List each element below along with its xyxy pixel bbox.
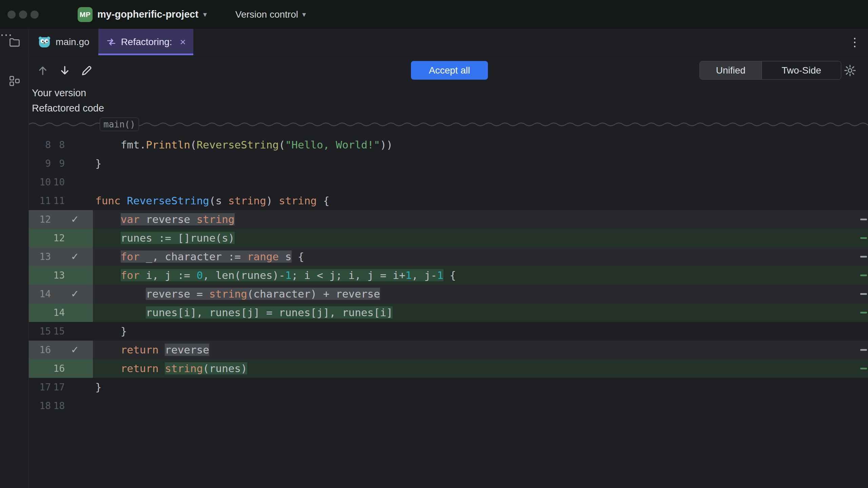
project-folder-icon[interactable] xyxy=(8,36,21,48)
code-token: } xyxy=(95,381,102,393)
line-number-left: 8 xyxy=(29,136,51,154)
change-marker[interactable] xyxy=(860,237,867,239)
code-line[interactable]: } xyxy=(93,378,102,396)
change-marker[interactable] xyxy=(860,293,867,295)
code-line[interactable]: } xyxy=(93,322,127,341)
next-change-button[interactable] xyxy=(58,64,72,77)
tab-refactoring[interactable]: Refactoring: × xyxy=(98,29,194,55)
code-line[interactable]: fmt.Println(ReverseString("Hello, World!… xyxy=(93,136,393,154)
line-number-right xyxy=(51,285,65,303)
code-token: string xyxy=(165,362,203,374)
diff-toolbar: Accept all Unified Two-Side xyxy=(29,55,868,86)
code-row: 1818 xyxy=(29,396,868,415)
apply-change-check-icon[interactable]: ✓ xyxy=(65,247,85,266)
tab-main-go[interactable]: main.go xyxy=(29,29,98,55)
code-row: 12 runes := []rune(s) xyxy=(29,229,868,247)
line-number-left xyxy=(29,229,51,247)
code-line[interactable] xyxy=(93,396,95,415)
unified-view-button[interactable]: Unified xyxy=(700,61,762,79)
two-side-view-button[interactable]: Two-Side xyxy=(762,61,841,79)
fold-region-chip[interactable]: main() xyxy=(100,118,139,131)
change-marker[interactable] xyxy=(860,256,867,258)
code-token: s xyxy=(279,250,291,263)
change-marker[interactable] xyxy=(860,312,867,313)
gear-icon[interactable] xyxy=(843,64,857,77)
line-number-right: 13 xyxy=(51,266,65,285)
code-line[interactable]: func ReverseString(s string) string { xyxy=(93,191,330,210)
code-token: { xyxy=(443,269,456,281)
code-token: ( xyxy=(190,139,197,151)
code-token: fmt. xyxy=(95,139,146,151)
code-token: ; i < j; i, j = i+ xyxy=(292,269,406,281)
apply-change-check-icon[interactable]: ✓ xyxy=(65,285,85,303)
code-line[interactable]: var reverse string xyxy=(93,210,235,229)
change-marker[interactable] xyxy=(860,274,867,276)
code-line[interactable]: return string(runes) xyxy=(93,359,247,378)
line-number-left: 12 xyxy=(29,210,51,229)
previous-change-button[interactable] xyxy=(36,64,50,77)
code-token: var xyxy=(121,213,140,225)
code-row: 1010 xyxy=(29,173,868,191)
line-number-right: 18 xyxy=(51,396,65,415)
gutter: 13 xyxy=(29,266,93,285)
gutter: 88 xyxy=(29,136,93,154)
line-number-left: 13 xyxy=(29,247,51,266)
code-token xyxy=(95,250,121,263)
gutter: 1717 xyxy=(29,378,93,396)
apply-change-check-icon xyxy=(65,173,85,191)
minimize-window-button[interactable] xyxy=(19,11,27,19)
code-line[interactable]: return reverse xyxy=(93,341,209,359)
edit-pencil-icon[interactable] xyxy=(80,64,94,77)
structure-icon[interactable] xyxy=(8,75,21,87)
apply-change-check-icon xyxy=(65,378,85,396)
apply-change-check-icon[interactable]: ✓ xyxy=(65,341,85,359)
gutter: 99 xyxy=(29,154,93,173)
tab-options-kebab-icon[interactable]: ⋮ xyxy=(849,36,861,48)
line-number-left: 15 xyxy=(29,322,51,341)
apply-change-check-icon xyxy=(65,303,85,322)
code-token: string xyxy=(209,288,247,300)
code-row: 12✓ var reverse string xyxy=(29,210,868,229)
code-line[interactable]: for _, character := range s { xyxy=(93,247,304,266)
code-line[interactable]: for i, j := 0, len(runes)-1; i < j; i, j… xyxy=(93,266,456,285)
version-control-label: Version control xyxy=(235,9,298,20)
change-marker[interactable] xyxy=(860,368,867,369)
code-line[interactable] xyxy=(93,173,95,191)
change-marker[interactable] xyxy=(860,219,867,220)
code-token: ( xyxy=(279,139,285,151)
apply-change-check-icon xyxy=(65,359,85,378)
ide-window: MP my-gopherific-project ▾ Version contr… xyxy=(0,0,868,488)
code-row: 1717} xyxy=(29,378,868,396)
editor-tabs: main.go Refactoring: × ⋮ xyxy=(29,29,868,55)
your-version-label: Your version xyxy=(32,87,86,99)
code-token: 0 xyxy=(197,269,203,281)
line-number-left: 16 xyxy=(29,341,51,359)
code-row: 16✓ return reverse xyxy=(29,341,868,359)
zoom-window-button[interactable] xyxy=(31,11,39,19)
tool-window-stripe: ⋯ xyxy=(0,29,29,488)
code-line[interactable]: } xyxy=(93,154,102,173)
line-number-right: 8 xyxy=(51,136,65,154)
editor-main: main.go Refactoring: × ⋮ xyxy=(29,29,868,488)
project-switcher[interactable]: MP my-gopherific-project ▾ xyxy=(78,0,207,29)
close-window-button[interactable] xyxy=(7,11,16,19)
accept-all-button[interactable]: Accept all xyxy=(411,61,488,80)
code-token: reverse xyxy=(140,213,197,225)
close-tab-icon[interactable]: × xyxy=(180,37,186,47)
line-number-right: 9 xyxy=(51,154,65,173)
code-line[interactable]: runes := []rune(s) xyxy=(93,229,235,247)
code-token xyxy=(95,232,121,244)
line-number-left: 10 xyxy=(29,173,51,191)
code-line[interactable]: reverse = string(character) + reverse xyxy=(93,285,380,303)
code-token: , len(runes)- xyxy=(203,269,285,281)
gutter: 14 xyxy=(29,303,93,322)
code-token: i, j := xyxy=(140,269,197,281)
version-control-menu[interactable]: Version control ▾ xyxy=(235,0,306,29)
code-area[interactable]: 88 fmt.Println(ReverseString("Hello, Wor… xyxy=(29,136,868,415)
code-token xyxy=(95,288,146,300)
code-line[interactable]: runes[i], runes[j] = runes[j], runes[i] xyxy=(93,303,393,322)
code-row: 88 fmt.Println(ReverseString("Hello, Wor… xyxy=(29,136,868,154)
change-marker[interactable] xyxy=(860,349,867,351)
apply-change-check-icon[interactable]: ✓ xyxy=(65,210,85,229)
code-token xyxy=(95,362,121,374)
